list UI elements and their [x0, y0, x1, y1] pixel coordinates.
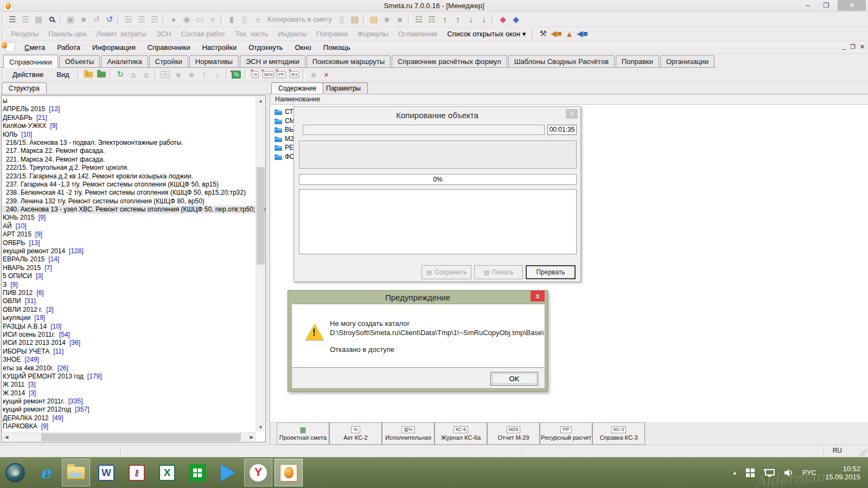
- toolbar-item-8[interactable]: Поправки: [311, 30, 353, 38]
- mdi-window-buttons[interactable]: _❐✕: [843, 43, 865, 50]
- tree-item[interactable]: ы: [2, 97, 266, 105]
- yandex-browser-icon[interactable]: Y: [244, 459, 272, 486]
- column-header-name[interactable]: Наименование: [270, 94, 868, 105]
- cut-icon[interactable]: ×: [206, 14, 219, 25]
- tree-item[interactable]: РАЗЦЫ А.В.14[10]: [2, 323, 266, 331]
- keyboard-layout-indicator[interactable]: RU: [833, 447, 842, 454]
- tree-item[interactable]: ькуляции[19]: [2, 314, 266, 322]
- smeta-icon[interactable]: [275, 459, 303, 486]
- report-button-ks3[interactable]: КС-3Справка КС-3: [592, 422, 645, 445]
- arrow-up-icon[interactable]: ↑: [198, 68, 211, 80]
- save-button[interactable]: ▤Сохранить: [422, 265, 471, 279]
- search-icon[interactable]: [45, 14, 58, 25]
- tab-7[interactable]: Поисковые маршруты: [307, 55, 391, 67]
- folder-import-icon[interactable]: ←: [95, 68, 108, 80]
- tree-item[interactable]: КУЩИЙ РЕМОНТ 2013 год[179]: [2, 373, 266, 381]
- arrow-down-icon[interactable]: ↓: [211, 68, 224, 80]
- scroll-left-icon[interactable]: ◀: [2, 433, 11, 441]
- houses-star-icon[interactable]: ⌂: [140, 68, 153, 80]
- tree-item[interactable]: ЕВРАЛЬ 2015[14]: [2, 255, 266, 264]
- menu-6[interactable]: Отдохнуть: [242, 43, 289, 52]
- tree-item[interactable]: 216/15. Аксенова 13 - подвал. Электромон…: [2, 139, 266, 147]
- tree-item[interactable]: НВАРЬ 2015[7]: [2, 264, 266, 272]
- report-button-percent-doc[interactable]: ▥%Исполнительная: [382, 422, 435, 445]
- media-player-icon[interactable]: [214, 459, 242, 486]
- hidden-icons-arrow-icon[interactable]: ▲: [732, 470, 737, 476]
- panel-splitter[interactable]: [266, 94, 270, 445]
- toc-tree-icon[interactable]: ☰: [6, 14, 19, 25]
- percent-star-icon[interactable]: %: [249, 68, 262, 80]
- doc-copy-icon[interactable]: ▯: [238, 14, 251, 25]
- tab-10[interactable]: Поправки: [616, 55, 659, 67]
- warning-close-icon[interactable]: x: [531, 291, 545, 301]
- tree-item[interactable]: 221. Маркса 24. Ремонт фасада.: [2, 156, 266, 164]
- tree-item[interactable]: ОВЛИ 2012 г.[2]: [2, 306, 266, 314]
- book-blue-icon[interactable]: ◆: [509, 14, 522, 25]
- gray-box2-icon[interactable]: ■: [185, 68, 198, 80]
- tree-item[interactable]: ПАРКОВКА[9]: [2, 422, 266, 431]
- print-button[interactable]: ▧Печать: [474, 265, 523, 279]
- pyramid-icon[interactable]: ▲: [563, 28, 576, 40]
- fz-star-icon[interactable]: ФЗ: [288, 68, 301, 80]
- tree-item[interactable]: екущий ремонт 2014[128]: [2, 247, 266, 255]
- book-pink-icon[interactable]: ◆: [496, 14, 509, 25]
- ls-box-icon[interactable]: ЛС: [159, 68, 172, 80]
- level-up-first-icon[interactable]: ↑: [438, 14, 451, 25]
- list-indent-icon[interactable]: ☲: [135, 14, 148, 25]
- gray-box3-icon[interactable]: ■: [307, 68, 320, 80]
- content-list-item[interactable]: РЕ: [275, 143, 293, 152]
- menu-4[interactable]: Справочники: [142, 43, 196, 52]
- open-windows-dropdown[interactable]: Список открытых окон ▾: [442, 30, 531, 38]
- tree-item[interactable]: кущий ремонт 2012год[357]: [2, 406, 266, 414]
- m29-star-icon[interactable]: М29: [262, 68, 275, 80]
- report-button-ks6[interactable]: КС-6Журнал КС-6а: [435, 422, 487, 445]
- toolbar-item-6[interactable]: Тех. часть: [230, 30, 273, 38]
- tree-item[interactable]: ОВЛИ[31]: [2, 297, 266, 305]
- menu-8[interactable]: Помощь: [317, 43, 356, 52]
- save-all-icon[interactable]: ■: [77, 14, 90, 25]
- tree-item[interactable]: ЮЛЬ[10]: [2, 131, 266, 139]
- horizontal-scrollbar[interactable]: ◀ ▶: [2, 432, 256, 441]
- tree-item[interactable]: АПРЕЛЬ 2015[12]: [2, 105, 266, 113]
- tree-item[interactable]: ИСИ осень 2011г.[54]: [2, 331, 266, 339]
- copy-to-estimate-label[interactable]: Копировать в смету: [264, 15, 335, 23]
- restore-button[interactable]: ❐: [818, 0, 834, 11]
- mdi-restore-icon[interactable]: ❐: [850, 43, 856, 50]
- resource-icon[interactable]: ●: [167, 14, 180, 25]
- tab-2[interactable]: Объекты: [59, 55, 100, 67]
- copy-dialog-close-icon[interactable]: x: [566, 109, 578, 119]
- report-button-percent[interactable]: %Акт КС-2: [329, 422, 382, 445]
- hammer-icon[interactable]: ⚒: [537, 28, 550, 40]
- tree-item[interactable]: З[9]: [2, 281, 266, 289]
- toolbar-item-4[interactable]: ЭСН: [151, 30, 176, 38]
- truck-orange-icon[interactable]: ◀■: [550, 28, 563, 40]
- add-remove-icon[interactable]: ±: [251, 14, 264, 25]
- toolbar-item-9[interactable]: Формулы: [353, 30, 393, 38]
- tree-item[interactable]: 238. Белкинская 41 -2 т/у. Ремонт систем…: [2, 189, 266, 197]
- tree-item[interactable]: ИБОРЫ УЧЕТА[11]: [2, 348, 266, 356]
- tree-item[interactable]: КилКом-УЖКХ[9]: [2, 122, 266, 130]
- resize-grip[interactable]: [859, 448, 867, 456]
- grid-icon[interactable]: ▦: [32, 14, 45, 25]
- internet-explorer-icon[interactable]: e: [31, 459, 60, 486]
- content-list-item[interactable]: М2: [275, 134, 294, 143]
- report-button-m29[interactable]: М29Отчет М-29: [487, 422, 540, 445]
- tree-export-icon[interactable]: ☳: [412, 14, 425, 25]
- ok-button[interactable]: OK: [490, 372, 538, 386]
- report-button-pp[interactable]: РРРесурсный расчет: [540, 422, 592, 445]
- tab-9[interactable]: Шаблоны Сводных Расчётов: [508, 55, 615, 67]
- tree-item[interactable]: 222/15. Треугольная д.2. Ремонт цоколя.: [2, 164, 266, 172]
- tab-6[interactable]: ЭСН и методики: [240, 55, 305, 67]
- windows-store-icon[interactable]: [183, 459, 212, 486]
- tree-item[interactable]: Ж 2011[3]: [2, 381, 266, 389]
- pp-star-icon[interactable]: РР: [275, 68, 288, 80]
- tree-item[interactable]: кущий ремонт 2011г.[335]: [2, 397, 266, 406]
- toc-add-icon[interactable]: ☰: [19, 14, 32, 25]
- mdi-close-icon[interactable]: ✕: [860, 43, 865, 50]
- toolbar-item-2[interactable]: Панель цен: [43, 30, 91, 38]
- abort-button[interactable]: Прервать: [526, 265, 576, 279]
- tree-item[interactable]: ПИВ 2012[6]: [2, 289, 266, 297]
- level-down-last-icon[interactable]: ↓: [477, 14, 490, 25]
- list-settings-icon[interactable]: ☱: [122, 14, 135, 25]
- tree-item[interactable]: АЙ[10]: [2, 222, 266, 230]
